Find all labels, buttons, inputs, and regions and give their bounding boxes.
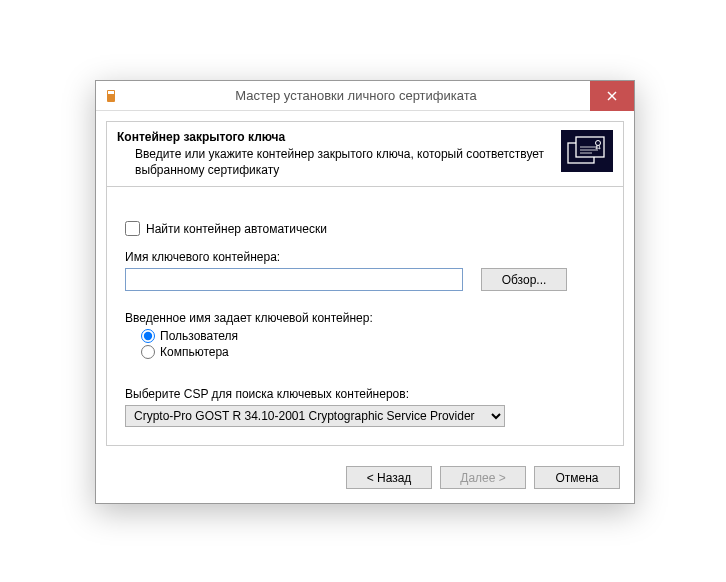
svg-rect-1 (108, 91, 114, 94)
body-panel: Найти контейнер автоматически Имя ключев… (106, 187, 624, 446)
header-description: Введите или укажите контейнер закрытого … (117, 146, 551, 178)
close-icon (607, 91, 617, 101)
radio-computer[interactable] (141, 345, 155, 359)
auto-find-checkbox[interactable] (125, 221, 140, 236)
radio-computer-row: Компьютера (141, 345, 605, 359)
radio-user[interactable] (141, 329, 155, 343)
csp-row: Crypto-Pro GOST R 34.10-2001 Cryptograph… (125, 405, 605, 427)
csp-select[interactable]: Crypto-Pro GOST R 34.10-2001 Cryptograph… (125, 405, 505, 427)
browse-button[interactable]: Обзор... (481, 268, 567, 291)
certificate-icon (561, 130, 613, 172)
close-button[interactable] (590, 81, 634, 111)
container-name-label: Имя ключевого контейнера: (125, 250, 605, 264)
header-text: Контейнер закрытого ключа Введите или ук… (117, 130, 551, 178)
radio-user-label[interactable]: Пользователя (160, 329, 238, 343)
header-title: Контейнер закрытого ключа (117, 130, 551, 144)
scope-radios: Пользователя Компьютера (125, 329, 605, 359)
radio-computer-label[interactable]: Компьютера (160, 345, 229, 359)
app-icon (102, 86, 122, 106)
csp-label: Выберите CSP для поиска ключевых контейн… (125, 387, 605, 401)
container-name-row: Обзор... (125, 268, 605, 291)
cancel-button[interactable]: Отмена (534, 466, 620, 489)
wizard-window: Мастер установки личного сертификата Кон… (95, 80, 635, 504)
titlebar: Мастер установки личного сертификата (96, 81, 634, 111)
scope-group-label: Введенное имя задает ключевой контейнер: (125, 311, 605, 325)
footer: < Назад Далее > Отмена (96, 456, 634, 503)
back-button[interactable]: < Назад (346, 466, 432, 489)
auto-find-row: Найти контейнер автоматически (125, 221, 605, 236)
container-name-input[interactable] (125, 268, 463, 291)
next-button[interactable]: Далее > (440, 466, 526, 489)
auto-find-label[interactable]: Найти контейнер автоматически (146, 222, 327, 236)
radio-user-row: Пользователя (141, 329, 605, 343)
window-title: Мастер установки личного сертификата (122, 88, 590, 103)
header-panel: Контейнер закрытого ключа Введите или ук… (106, 121, 624, 187)
